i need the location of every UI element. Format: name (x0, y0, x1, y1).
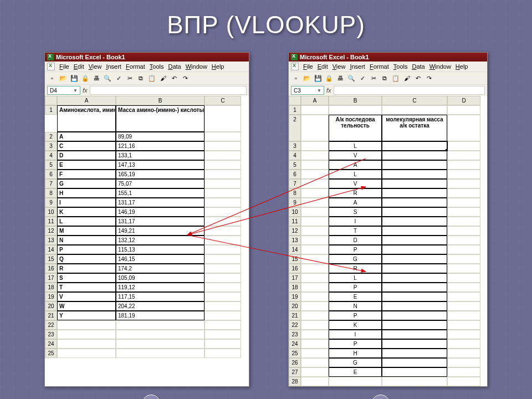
cell[interactable] (301, 198, 329, 207)
cell[interactable] (204, 141, 241, 151)
cut-icon[interactable]: ✂ (125, 73, 135, 83)
row-header[interactable]: 17 (289, 273, 301, 283)
row-header[interactable]: 12 (45, 226, 57, 236)
cell[interactable]: R (329, 264, 382, 273)
row-header[interactable]: 10 (45, 207, 57, 217)
copy-icon[interactable]: ⧉ (136, 73, 146, 83)
row-header[interactable]: 22 (289, 320, 301, 330)
row-header[interactable]: 6 (45, 170, 57, 179)
row-header[interactable]: 1 (289, 105, 301, 115)
cell[interactable] (382, 236, 447, 245)
perm-icon[interactable]: 🔒 (324, 73, 334, 83)
row-header[interactable]: 14 (289, 245, 301, 254)
cell[interactable] (447, 339, 480, 349)
cell[interactable]: S (57, 273, 116, 283)
cell[interactable] (301, 105, 329, 115)
row-header[interactable]: 19 (289, 292, 301, 301)
undo-icon[interactable]: ↶ (413, 73, 423, 83)
fmt-icon[interactable]: 🖌 (402, 73, 412, 83)
table-header[interactable]: молекулярная масса а/к остатка (382, 115, 447, 141)
cell[interactable]: L (329, 273, 382, 283)
cell[interactable] (447, 105, 480, 115)
row-header[interactable]: 5 (45, 160, 57, 170)
table-header[interactable]: Масса амино-(имино-) кислоты (116, 105, 204, 132)
cell[interactable] (382, 349, 447, 358)
new-icon[interactable]: ▫ (47, 73, 57, 83)
cell[interactable]: 165,19 (116, 170, 204, 179)
cell[interactable] (447, 141, 480, 151)
menu-edit[interactable]: Edit (315, 63, 330, 70)
cell[interactable]: 89,09 (116, 132, 204, 141)
save-icon[interactable]: 💾 (313, 73, 323, 83)
cell[interactable] (204, 188, 241, 198)
cell[interactable] (382, 160, 447, 170)
cell[interactable] (447, 207, 480, 217)
fx-icon[interactable]: fx (326, 87, 331, 94)
cell[interactable]: 131,17 (116, 217, 204, 226)
cell[interactable] (204, 292, 241, 301)
copy-icon[interactable]: ⧉ (380, 73, 390, 83)
cell[interactable] (301, 151, 329, 160)
grid-right[interactable]: A B C D 1 2 А/к последова тельность моле… (289, 96, 487, 386)
row-header[interactable]: 5 (289, 160, 301, 170)
cell[interactable] (382, 273, 447, 283)
cell[interactable] (447, 198, 480, 207)
paste-icon[interactable]: 📋 (147, 73, 157, 83)
cell[interactable]: S (329, 207, 382, 217)
row-header[interactable]: 25 (45, 349, 57, 358)
select-all[interactable] (45, 96, 57, 105)
row-header[interactable]: 20 (45, 301, 57, 311)
row-header[interactable]: 16 (45, 264, 57, 273)
preview-icon[interactable]: 🔍 (346, 73, 356, 83)
cell[interactable] (301, 179, 329, 188)
cell[interactable] (301, 207, 329, 217)
print-icon[interactable]: 🖶 (91, 73, 101, 83)
cell[interactable] (329, 105, 382, 115)
col-header[interactable]: D (447, 96, 480, 105)
cell[interactable] (301, 349, 329, 358)
cell[interactable] (204, 236, 241, 245)
cell[interactable] (301, 301, 329, 311)
menu-file[interactable]: File (301, 63, 315, 70)
cell[interactable] (204, 217, 241, 226)
cell[interactable] (382, 283, 447, 292)
row-header[interactable]: 10 (289, 207, 301, 217)
row-header[interactable]: 18 (45, 283, 57, 292)
cell[interactable] (301, 160, 329, 170)
cell[interactable] (382, 301, 447, 311)
row-header[interactable]: 8 (289, 188, 301, 198)
col-header[interactable]: B (116, 96, 204, 105)
cell[interactable]: 119,12 (116, 283, 204, 292)
table-header[interactable]: Аминокислота, иминокислота пролин (57, 105, 116, 132)
redo-icon[interactable]: ↷ (180, 73, 190, 83)
cell[interactable]: A (329, 198, 382, 207)
row-header[interactable]: 11 (289, 217, 301, 226)
table-header[interactable]: А/к последова тельность (329, 115, 382, 141)
cell[interactable]: D (329, 236, 382, 245)
col-header[interactable]: A (301, 96, 329, 105)
menu-help[interactable]: Help (209, 63, 227, 70)
grid-left[interactable]: A B C 1 Аминокислота, иминокислота проли… (45, 96, 249, 358)
cell[interactable] (447, 264, 480, 273)
menu-help[interactable]: Help (453, 63, 470, 70)
row-header[interactable]: 15 (45, 254, 57, 264)
row-header[interactable]: 11 (45, 217, 57, 226)
spell-icon[interactable]: ✓ (114, 73, 124, 83)
row-header[interactable]: 18 (289, 283, 301, 292)
cell[interactable] (447, 311, 480, 320)
cell[interactable]: 75,07 (116, 179, 204, 188)
cell[interactable]: N (329, 301, 382, 311)
cell[interactable] (447, 301, 480, 311)
redo-icon[interactable]: ↷ (424, 73, 434, 83)
cell[interactable]: A (329, 160, 382, 170)
row-header[interactable]: 2 (289, 115, 301, 141)
cell[interactable] (382, 207, 447, 217)
cell[interactable] (301, 311, 329, 320)
cell[interactable] (301, 170, 329, 179)
cell[interactable] (382, 330, 447, 339)
cell[interactable]: 181,19 (116, 311, 204, 320)
cell[interactable] (204, 179, 241, 188)
row-header[interactable]: 13 (289, 236, 301, 245)
row-header[interactable]: 21 (289, 311, 301, 320)
cell[interactable] (204, 273, 241, 283)
